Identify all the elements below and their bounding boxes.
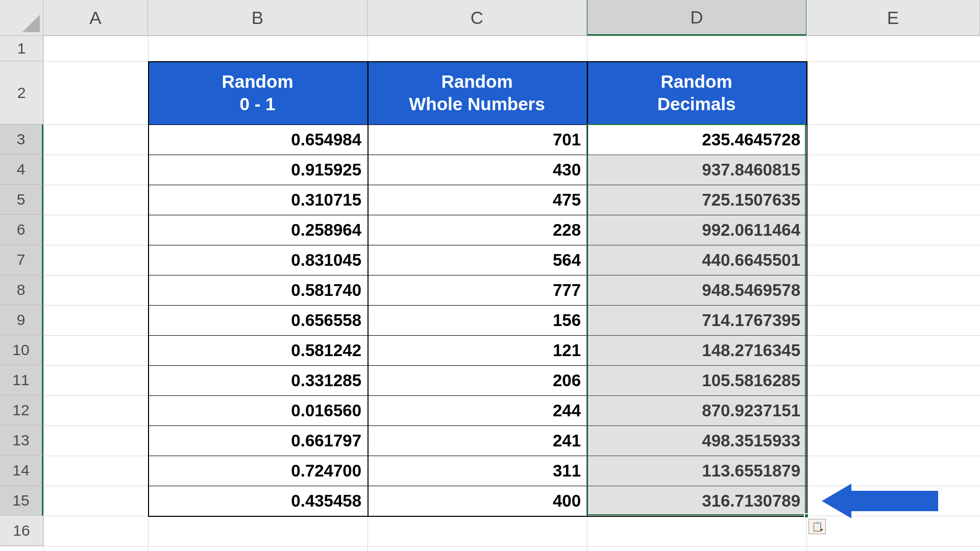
cell-value: 0.915925 [291, 160, 361, 180]
table-border [806, 61, 807, 516]
cell-D10[interactable]: 148.2716345 [587, 335, 806, 365]
cell-C5[interactable]: 475 [368, 185, 587, 215]
cell-D11[interactable]: 105.5816285 [587, 365, 806, 395]
row-header-16[interactable]: 16 [0, 516, 43, 546]
cell-B14[interactable]: 0.724700 [148, 456, 368, 486]
cell-D3[interactable]: 235.4645728 [587, 124, 806, 155]
cell-value: 311 [553, 461, 581, 481]
cell-D4[interactable]: 937.8460815 [587, 155, 806, 185]
table-border [148, 365, 806, 366]
row-header-2[interactable]: 2 [0, 61, 43, 124]
cell-C14[interactable]: 311 [368, 456, 587, 486]
cell-B15[interactable]: 0.435458 [148, 486, 368, 516]
table-border [148, 335, 806, 336]
table-border [368, 61, 369, 516]
cell-C15[interactable]: 400 [368, 486, 587, 516]
table-border [148, 185, 806, 185]
table-header-D[interactable]: RandomDecimals [587, 61, 806, 124]
row-header-10[interactable]: 10 [0, 335, 43, 365]
table-border [148, 61, 149, 516]
cell-C4[interactable]: 430 [368, 155, 587, 185]
table-header-line1: Random [661, 70, 732, 93]
cell-value: 241 [553, 431, 581, 450]
row-header-9[interactable]: 9 [0, 305, 43, 335]
cell-D8[interactable]: 948.5469578 [587, 275, 806, 305]
arrow-shaft [851, 491, 938, 511]
table-border [148, 124, 806, 125]
row-header-12[interactable]: 12 [0, 395, 43, 425]
row-header-11[interactable]: 11 [0, 365, 43, 395]
cell-value: 235.4645728 [702, 130, 800, 149]
table-header-B[interactable]: Random0 - 1 [148, 61, 368, 124]
column-header-C[interactable]: C [368, 0, 587, 36]
cell-value: 0.661797 [291, 431, 361, 450]
row-header-15[interactable]: 15 [0, 486, 43, 516]
cell-B8[interactable]: 0.581740 [148, 275, 368, 305]
cell-C6[interactable]: 228 [368, 215, 587, 245]
cell-value: 948.5469578 [702, 281, 800, 300]
row-header-8[interactable]: 8 [0, 275, 43, 305]
row-header-5[interactable]: 5 [0, 185, 43, 215]
cell-C7[interactable]: 564 [368, 245, 587, 275]
cell-B11[interactable]: 0.331285 [148, 365, 368, 395]
cell-B13[interactable]: 0.661797 [148, 425, 368, 456]
table-header-line1: Random [442, 70, 513, 93]
cell-value: 992.0611464 [702, 220, 800, 240]
table-border [148, 456, 806, 456]
column-header-label: C [471, 8, 483, 28]
row-header-4[interactable]: 4 [0, 155, 43, 185]
cell-value: 475 [553, 190, 581, 210]
paste-options-icon[interactable]: 📋 [808, 519, 826, 534]
table-border [148, 305, 806, 306]
table-header-line2: Decimals [657, 93, 736, 115]
cell-B5[interactable]: 0.310715 [148, 185, 368, 215]
spreadsheet-grid[interactable]: ABCDE12345678910111213141516Random0 - 1R… [0, 0, 980, 551]
column-header-label: B [252, 8, 263, 28]
table-border [148, 215, 806, 215]
cell-B6[interactable]: 0.258964 [148, 215, 368, 245]
table-border [587, 61, 588, 516]
cell-D5[interactable]: 725.1507635 [587, 185, 806, 215]
cell-C10[interactable]: 121 [368, 335, 587, 365]
cell-value: 0.016560 [291, 401, 361, 420]
table-header-C[interactable]: RandomWhole Numbers [368, 61, 587, 124]
cell-D14[interactable]: 113.6551879 [587, 456, 806, 486]
cell-D13[interactable]: 498.3515933 [587, 425, 806, 456]
row-header-13[interactable]: 13 [0, 425, 43, 456]
cell-B4[interactable]: 0.915925 [148, 155, 368, 185]
cell-value: 156 [553, 311, 581, 330]
cell-value: 0.258964 [291, 220, 361, 240]
cell-D12[interactable]: 870.9237151 [587, 395, 806, 425]
select-all-triangle[interactable] [0, 0, 43, 36]
cell-D7[interactable]: 440.6645501 [587, 245, 806, 275]
cell-C12[interactable]: 244 [368, 395, 587, 425]
cell-value: 228 [553, 220, 581, 240]
cell-B12[interactable]: 0.016560 [148, 395, 368, 425]
cell-D9[interactable]: 714.1767395 [587, 305, 806, 335]
column-header-D[interactable]: D [587, 0, 806, 36]
row-header-14[interactable]: 14 [0, 456, 43, 486]
cell-D6[interactable]: 992.0611464 [587, 215, 806, 245]
table-border [148, 486, 806, 486]
cell-value: 316.7130789 [702, 491, 800, 511]
cell-C9[interactable]: 156 [368, 305, 587, 335]
cell-C13[interactable]: 241 [368, 425, 587, 456]
row-header-7[interactable]: 7 [0, 245, 43, 275]
cell-B10[interactable]: 0.581242 [148, 335, 368, 365]
cell-D15[interactable]: 316.7130789 [587, 486, 806, 516]
cell-B9[interactable]: 0.656558 [148, 305, 368, 335]
cell-B3[interactable]: 0.654984 [148, 124, 368, 155]
row-header-3[interactable]: 3 [0, 124, 43, 155]
cell-B7[interactable]: 0.831045 [148, 245, 368, 275]
column-header-A[interactable]: A [43, 0, 148, 36]
cell-C3[interactable]: 701 [368, 124, 587, 155]
cell-C8[interactable]: 777 [368, 275, 587, 305]
column-header-E[interactable]: E [806, 0, 980, 36]
row-header-1[interactable]: 1 [0, 36, 43, 61]
row-header-6[interactable]: 6 [0, 215, 43, 245]
column-header-B[interactable]: B [148, 0, 368, 36]
cell-C11[interactable]: 206 [368, 365, 587, 395]
cell-value: 701 [553, 130, 581, 149]
cell-value: 0.435458 [291, 491, 361, 511]
cell-value: 725.1507635 [702, 190, 800, 210]
